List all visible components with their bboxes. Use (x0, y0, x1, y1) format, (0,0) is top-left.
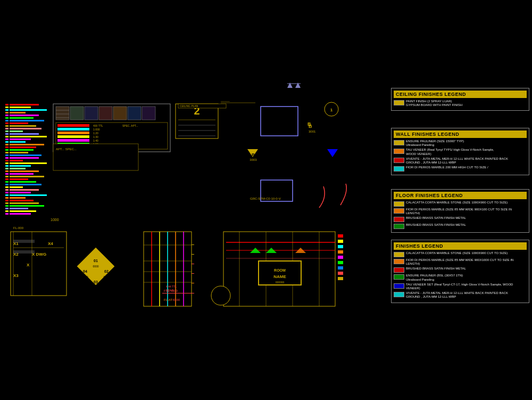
svg-rect-158 (338, 272, 343, 275)
svg-text:1: 1 (330, 108, 333, 112)
svg-rect-67 (10, 170, 39, 172)
svg-rect-71 (10, 181, 36, 183)
floor-legend-item-1: CALACATTA CORTA MARBLE STONE (SIZE 1000X… (394, 201, 527, 207)
floor-item-text-1: CALACATTA CORTA MARBLE STONE (SIZE 1000X… (406, 201, 508, 205)
wall-item-text-3: VIVENTE - JUTA METAL MER-H 12-LLL WHITE … (406, 157, 508, 165)
svg-rect-43 (10, 107, 31, 108)
wall-finishes-legend: WALL FINISHES LEGEND ENSURE PAULINER (SI… (391, 128, 529, 175)
svg-rect-127 (13, 240, 35, 243)
ceiling-finishes-legend: CEILING FINISHES LEGEND PAINT FINISH (2 … (391, 88, 529, 111)
flat-val: 6300 (173, 298, 180, 301)
elevation-ref-b-num: 3001 (309, 130, 316, 133)
svg-rect-50 (10, 125, 36, 127)
svg-text:01: 01 (94, 259, 98, 263)
svg-rect-61 (10, 154, 41, 156)
finishes-item-text-2: FIOR DI PERIOS MARBLE (SIZE 85 MM WIDE 9… (406, 258, 527, 266)
svg-text:400 TTL: 400 TTL (93, 124, 103, 127)
finishes-legend-item-2: FIOR DI PERIOS MARBLE (SIZE 85 MM WIDE 9… (394, 258, 527, 266)
floor-item-text-4: BRUSHED BRASS SATIN FINISH METAL (406, 223, 466, 227)
floor-swatch-1 (394, 201, 404, 207)
svg-rect-32 (5, 189, 9, 191)
dim-label-top: _____ (220, 99, 230, 102)
svg-rect-94 (57, 124, 89, 127)
svg-rect-62 (10, 157, 39, 159)
svg-rect-3 (5, 112, 9, 113)
b-label-top: B (307, 121, 311, 127)
floor-legend-item-3: BRUSHED BRASS SATIN FINISH METAL (394, 216, 527, 222)
svg-rect-56 (10, 141, 26, 143)
svg-text:B: B (252, 152, 255, 157)
x4-label: X4 (48, 241, 53, 246)
svg-rect-59 (10, 149, 34, 151)
svg-rect-42 (10, 104, 39, 105)
finishes-legend-item-5: TAU VENEER SET (Real Tynyl-CT-17, High G… (394, 283, 527, 290)
svg-rect-87 (99, 107, 112, 120)
wall-item-text-1: ENSURE PAULINER (SIZE 15000" TYP)Ultrabo… (406, 140, 464, 147)
finishes-legend-item-1: CALACATTA CORTA MARBLE STONE (SIZE 1000X… (394, 251, 527, 257)
scale-label: 1000 (51, 218, 59, 222)
floor-plan-rect (261, 107, 298, 136)
svg-rect-0 (5, 104, 9, 105)
svg-rect-80 (10, 205, 44, 207)
ceiling-legend-title: CEILING FINISHES LEGEND (394, 91, 527, 98)
floor-item-text-3: BRUSHED BRASS SATIN FINISH METAL (406, 216, 466, 220)
svg-rect-89 (128, 107, 141, 120)
svg-rect-68 (10, 173, 34, 175)
x-center-label: X (27, 263, 30, 267)
ttl-val: 3.54.3 (166, 289, 173, 292)
svg-rect-5 (5, 117, 9, 119)
svg-rect-96 (57, 132, 89, 134)
svg-rect-88 (113, 107, 127, 120)
floor-item-text-2: FIOR DI PERIOS MARBLE (SIZE 85 MM WIDE 9… (406, 208, 527, 215)
svg-rect-38 (5, 205, 9, 207)
room-code: 000000 (276, 281, 285, 284)
svg-rect-153 (338, 245, 343, 248)
svg-rect-151 (338, 234, 343, 238)
svg-rect-57 (10, 144, 44, 145)
svg-rect-155 (338, 256, 343, 259)
svg-rect-30 (5, 184, 9, 185)
finishes-swatch-4 (394, 274, 404, 280)
svg-rect-98 (57, 139, 89, 142)
x3-label: X3 (13, 273, 19, 278)
svg-rect-90 (142, 107, 155, 120)
floor-legend-item-4: BRUSHED BRASS SATIN FINISH METAL (394, 223, 527, 229)
svg-rect-154 (338, 250, 343, 254)
floor-swatch-4 (394, 224, 404, 229)
room-name-label: ROOM (274, 268, 286, 272)
color-legend-strips (5, 104, 47, 215)
svg-text:0000: 0000 (82, 275, 88, 279)
svg-rect-8 (5, 125, 9, 127)
svg-rect-97 (57, 135, 89, 138)
svg-text:1:30: 1:30 (93, 135, 98, 138)
drawing-area: 1000 TEXT 100 PT101 400 TTL 1:000 1:20 1… (0, 0, 383, 400)
svg-rect-16 (5, 146, 9, 148)
wall-legend-item-1: ENSURE PAULINER (SIZE 15000" TYP)Ultrabo… (394, 140, 527, 147)
finishes-legend-item-3: BRUSHED BRASS SATIN FINISH METAL (394, 267, 527, 273)
svg-rect-6 (5, 120, 9, 121)
svg-rect-7 (5, 123, 9, 124)
svg-rect-39 (5, 208, 9, 209)
svg-rect-33 (5, 192, 9, 193)
svg-rect-17 (5, 149, 9, 151)
floor-swatch-3 (394, 217, 404, 222)
ttl-label: 4.44 TTL (166, 285, 177, 288)
sweep-arrow-2 (340, 184, 346, 205)
svg-rect-58 (10, 146, 36, 148)
svg-rect-48 (10, 120, 44, 121)
svg-rect-53 (10, 133, 39, 135)
dim-label-1: GRC-STM-C0-10-0-V (250, 197, 281, 200)
svg-rect-9 (5, 128, 9, 129)
svg-rect-55 (10, 138, 31, 140)
finishes-legend: FINISHES LEGEND CALACATTA CORTA MARBLE S… (391, 240, 529, 303)
finishes-swatch-3 (394, 267, 404, 273)
svg-rect-74 (10, 189, 39, 191)
svg-rect-51 (10, 128, 41, 129)
svg-text:1:40: 1:40 (93, 139, 98, 142)
wall-swatch-4 (394, 166, 404, 172)
wall-legend-title: WALL FINISHES LEGEND (394, 130, 527, 138)
svg-rect-83 (10, 213, 31, 215)
flat-label: FL-AT (164, 298, 173, 301)
svg-rect-4 (5, 115, 9, 116)
svg-rect-81 (10, 208, 28, 209)
